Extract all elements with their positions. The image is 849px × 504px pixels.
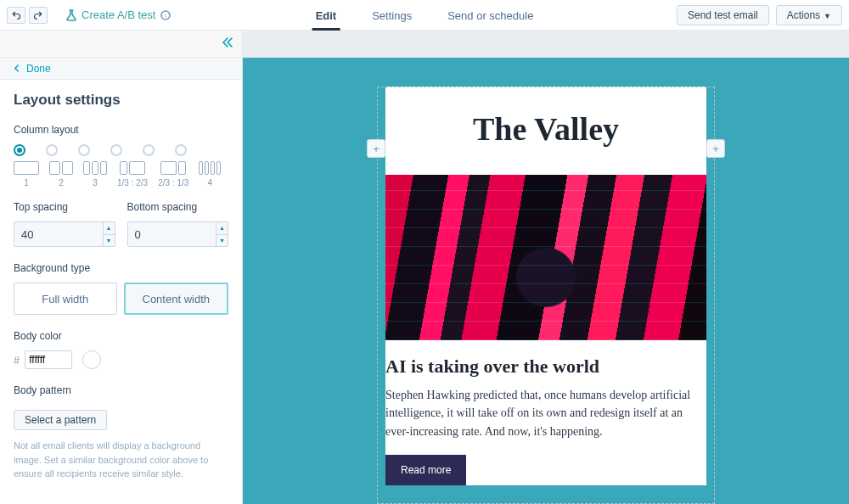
- settings-sidebar: Done Layout settings Column layout 1: [0, 31, 243, 504]
- column-opt-4[interactable]: 4: [199, 161, 221, 188]
- top-spacing-label: Top spacing: [14, 201, 115, 213]
- sidebar-body: Layout settings Column layout 1 2: [0, 80, 242, 498]
- column-opt-1-3[interactable]: 1/3 : 2/3: [117, 161, 148, 188]
- top-spacing-stepper[interactable]: ▲▼: [103, 222, 115, 246]
- create-ab-test-link[interactable]: Create A/B test i: [66, 8, 171, 21]
- tab-edit[interactable]: Edit: [312, 0, 340, 31]
- bottom-spacing-input[interactable]: ▲▼: [127, 221, 229, 247]
- column-radio-4[interactable]: [175, 144, 187, 156]
- add-column-right-button[interactable]: +: [706, 139, 725, 158]
- column-radio-1[interactable]: [14, 144, 25, 156]
- actions-dropdown[interactable]: Actions▼: [776, 5, 842, 25]
- bg-type-label: Background type: [14, 262, 228, 274]
- column-opt-3[interactable]: 3: [83, 161, 107, 188]
- stepper-up-icon[interactable]: ▲: [216, 222, 228, 235]
- main-area: Done Layout settings Column layout 1: [0, 31, 849, 504]
- chevron-left-icon: [14, 64, 21, 72]
- column-opt-2-3[interactable]: 2/3 : 1/3: [158, 161, 188, 188]
- top-spacing-field[interactable]: [14, 222, 103, 246]
- body-color-input[interactable]: [25, 350, 72, 369]
- email-hero-image[interactable]: [385, 175, 706, 340]
- column-opt-2[interactable]: 2: [49, 161, 73, 188]
- column-opt-1[interactable]: 1: [14, 161, 39, 188]
- bottom-spacing-stepper[interactable]: ▲▼: [216, 222, 228, 246]
- column-graphic-row: 1 2 3 1/3 : 2/3 2/3 : 1/3: [14, 161, 228, 188]
- column-radio-3[interactable]: [78, 144, 90, 156]
- column-layout-label: Column layout: [14, 124, 228, 136]
- help-icon[interactable]: i: [160, 10, 171, 20]
- column-radio-1-3[interactable]: [110, 144, 122, 156]
- body-color-row: #: [14, 350, 228, 369]
- top-tabs: Edit Settings Send or schedule: [312, 0, 537, 31]
- tab-settings[interactable]: Settings: [368, 0, 415, 31]
- email-body[interactable]: The Valley AI is taking over the world S…: [385, 87, 706, 485]
- undo-icon: [11, 10, 21, 20]
- column-radio-2[interactable]: [46, 144, 58, 156]
- body-color-label: Body color: [14, 330, 228, 342]
- redo-button[interactable]: [29, 7, 48, 24]
- svg-text:i: i: [166, 12, 167, 18]
- bg-content-width-button[interactable]: Content width: [124, 283, 229, 315]
- chevron-down-icon: ▼: [824, 12, 831, 20]
- sidebar-title: Layout settings: [14, 92, 228, 109]
- editor-canvas[interactable]: + + The Valley AI is taking over the wor…: [243, 58, 849, 504]
- email-article[interactable]: AI is taking over the world Stephen Hawk…: [385, 340, 706, 485]
- topbar-left: Create A/B test i: [7, 7, 171, 24]
- add-column-left-button[interactable]: +: [367, 139, 385, 158]
- canvas-wrap: + + The Valley AI is taking over the wor…: [243, 31, 849, 504]
- done-button[interactable]: Done: [0, 58, 242, 80]
- bg-full-width-button[interactable]: Full width: [14, 283, 117, 315]
- send-test-email-button[interactable]: Send test email: [677, 5, 769, 25]
- spacing-row: Top spacing ▲▼ Bottom spacing ▲▼: [14, 201, 228, 247]
- collapse-icon: [222, 37, 233, 50]
- bottom-spacing-label: Bottom spacing: [127, 201, 229, 213]
- top-toolbar: Create A/B test i Edit Settings Send or …: [0, 0, 849, 31]
- sidebar-collapse-bar[interactable]: [0, 31, 242, 58]
- stepper-up-icon[interactable]: ▲: [104, 222, 115, 235]
- stepper-down-icon[interactable]: ▼: [104, 235, 115, 247]
- email-frame[interactable]: + + The Valley AI is taking over the wor…: [385, 87, 706, 504]
- ab-test-label: Create A/B test: [82, 8, 155, 21]
- select-pattern-button[interactable]: Select a pattern: [14, 410, 107, 430]
- body-color-swatch[interactable]: [82, 350, 101, 369]
- stepper-down-icon[interactable]: ▼: [216, 235, 228, 247]
- email-headline[interactable]: AI is taking over the world: [385, 356, 706, 378]
- redo-icon: [33, 10, 43, 20]
- topbar-right: Send test email Actions▼: [677, 5, 842, 25]
- pattern-hint: Not all email clients will display a bac…: [14, 439, 228, 481]
- top-spacing-input[interactable]: ▲▼: [14, 221, 115, 247]
- flask-icon: [66, 9, 76, 21]
- canvas-gutter: [243, 31, 849, 58]
- hash-label: #: [14, 354, 20, 367]
- column-radio-2-3[interactable]: [143, 144, 155, 156]
- tab-send[interactable]: Send or schedule: [444, 0, 537, 31]
- bottom-spacing-field[interactable]: [128, 222, 216, 246]
- bg-type-row: Full width Content width: [14, 283, 228, 315]
- undo-button[interactable]: [7, 7, 25, 24]
- email-body-text[interactable]: Stephen Hawking predicted that, once hum…: [385, 386, 706, 441]
- body-pattern-label: Body pattern: [14, 384, 228, 396]
- column-radio-row: [14, 144, 228, 156]
- email-masthead[interactable]: The Valley: [385, 87, 706, 175]
- read-more-button[interactable]: Read more: [385, 455, 466, 485]
